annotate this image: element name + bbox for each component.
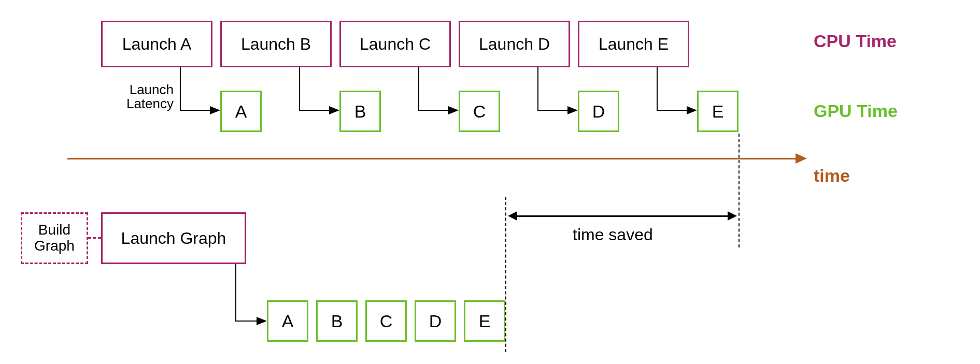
cpu-time-legend: CPU Time [814,31,897,51]
build-graph-connector [88,237,101,239]
gpu-kernel-label: C [473,101,486,122]
gpu-kernel-label: A [235,101,247,122]
time-saved-line [516,215,729,217]
time-axis-line [67,158,796,159]
launch-graph-box: Launch Graph [101,212,246,264]
gpu-kernel-box: D [415,300,456,342]
gpu-time-legend: GPU Time [814,101,898,121]
cpu-launch-label: Launch C [360,35,431,54]
diagram-stage: Launch A Launch B Launch C Launch D Laun… [0,0,980,364]
cpu-launch-box: Launch C [339,21,451,67]
gpu-kernel-box: E [697,91,738,132]
cpu-launch-box: Launch A [101,21,212,67]
time-axis-label: time [814,166,850,186]
launch-graph-label: Launch Graph [121,229,226,248]
gpu-kernel-label: E [479,311,491,331]
gpu-kernel-label: A [282,311,294,331]
cpu-launch-box: Launch D [459,21,570,67]
time-saved-marker-end [738,134,740,247]
build-graph-label: Build Graph [34,222,75,254]
time-axis-arrowhead [796,153,807,164]
gpu-kernel-label: E [712,101,724,122]
gpu-kernel-label: B [331,311,343,331]
gpu-kernel-box: A [220,91,262,132]
gpu-kernel-label: D [429,311,442,331]
gpu-kernel-box: D [578,91,619,132]
cpu-launch-box: Launch E [578,21,689,67]
gpu-kernel-box: B [316,300,358,342]
time-saved-marker-start [505,197,506,352]
gpu-kernel-box: C [365,300,407,342]
launch-latency-label: Launch Latency [117,83,174,111]
cpu-launch-label: Launch D [479,35,550,54]
time-saved-arrowhead-right [728,211,737,221]
gpu-kernel-label: D [592,101,605,122]
gpu-kernel-label: C [380,311,393,331]
time-saved-label: time saved [573,225,653,244]
cpu-launch-label: Launch A [122,35,191,54]
gpu-kernel-box: B [339,91,381,132]
cpu-launch-box: Launch B [220,21,332,67]
cpu-launch-label: Launch E [599,35,669,54]
cpu-launch-label: Launch B [241,35,311,54]
gpu-kernel-box: E [464,300,505,342]
gpu-kernel-box: C [459,91,500,132]
gpu-kernel-label: B [354,101,366,122]
gpu-kernel-box: A [267,300,308,342]
build-graph-box: Build Graph [21,212,88,264]
